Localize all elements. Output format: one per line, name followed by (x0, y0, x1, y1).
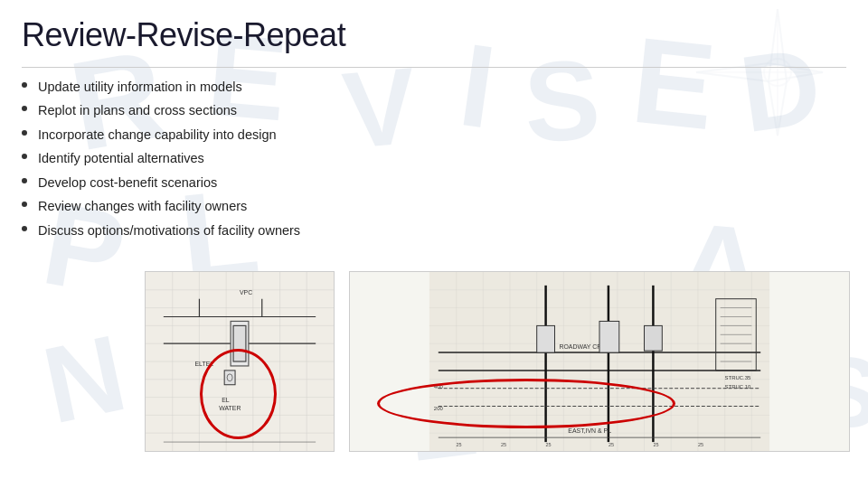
title-section: Review-Revise-Repeat (0, 0, 868, 60)
svg-text:ELTEL: ELTEL (195, 361, 214, 367)
svg-text:25: 25 (457, 442, 462, 447)
bullet-list: Update utility information in models Rep… (0, 68, 868, 240)
slide-container: R E V I S E D P L A N S E Review-Revise-… (0, 0, 868, 488)
bullet-dot (22, 226, 27, 231)
svg-text:25: 25 (501, 442, 506, 447)
list-item: Develop cost-benefit scenarios (22, 173, 846, 192)
engineering-drawing-left: ELTEL EL WATER VPC (145, 271, 335, 452)
list-item: Discuss options/motivations of facility … (22, 221, 846, 240)
svg-text:400: 400 (434, 384, 444, 389)
slide-title: Review-Revise-Repeat (22, 16, 846, 54)
bullet-dot (22, 202, 27, 207)
list-item: Identify potential alternatives (22, 148, 846, 168)
svg-text:STRUC.10: STRUC.10 (725, 384, 751, 389)
svg-rect-64 (537, 325, 555, 352)
svg-text:VPC: VPC (240, 289, 252, 296)
engineering-drawing-right: ROADWAY CROWN (349, 271, 850, 452)
list-item: Incorporate change capability into desig… (22, 125, 846, 145)
svg-text:25: 25 (653, 442, 658, 447)
svg-text:25: 25 (698, 442, 703, 447)
svg-text:200: 200 (434, 406, 444, 411)
bullet-dot (22, 106, 27, 111)
svg-rect-66 (645, 325, 663, 351)
svg-text:25: 25 (546, 442, 552, 447)
svg-rect-26 (233, 325, 246, 361)
bullet-dot (22, 130, 27, 136)
svg-text:WATER: WATER (219, 405, 241, 411)
images-area: ELTEL EL WATER VPC (145, 271, 850, 470)
list-item: Update utility information in models (22, 77, 846, 97)
bullet-dot (22, 82, 27, 88)
bullet-dot (22, 154, 27, 159)
svg-rect-31 (224, 371, 235, 385)
svg-text:STRUC.35: STRUC.35 (725, 375, 751, 380)
bullet-dot (22, 178, 27, 183)
svg-rect-65 (599, 321, 619, 352)
svg-text:EL: EL (222, 397, 230, 403)
list-item: Review changes with facility owners (22, 196, 846, 216)
svg-text:25: 25 (609, 442, 614, 447)
svg-text:EAST,IVN & PL: EAST,IVN & PL (568, 427, 611, 434)
list-item: Replot in plans and cross sections (22, 100, 846, 120)
